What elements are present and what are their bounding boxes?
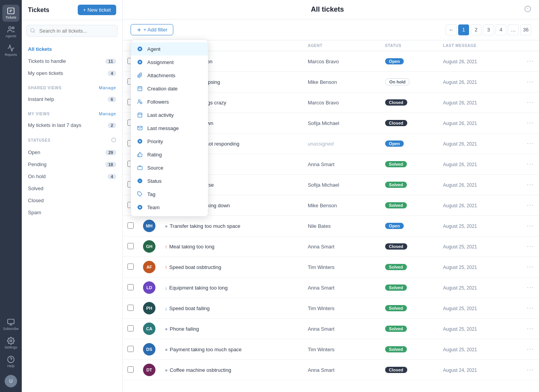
- last-message-date: August 26, 2021: [443, 141, 477, 147]
- nav-reports[interactable]: Reports: [2, 42, 19, 59]
- sidebar-item-open[interactable]: Open 29: [22, 146, 122, 158]
- page-1[interactable]: 1: [458, 24, 469, 35]
- sidebar-item-all-tickets[interactable]: All tickets: [22, 43, 122, 55]
- page-3[interactable]: 3: [483, 24, 494, 35]
- row-checkbox[interactable]: [127, 284, 134, 290]
- sidebar-item-tickets-to-handle[interactable]: Tickets to handle 11: [22, 55, 122, 67]
- row-actions-menu[interactable]: ···: [527, 140, 534, 147]
- filter-item-team[interactable]: Team: [131, 201, 208, 214]
- row-actions-menu[interactable]: ···: [527, 325, 534, 332]
- sidebar-item-on-hold[interactable]: On hold 4: [22, 170, 122, 182]
- row-checkbox[interactable]: [127, 222, 134, 229]
- filter-item-tag-label: Tag: [147, 191, 155, 197]
- row-checkbox[interactable]: [127, 305, 134, 311]
- last-message-date: August 26, 2021: [443, 100, 477, 106]
- sidebar-item-spam[interactable]: Spam: [22, 206, 122, 219]
- nav-subscribe[interactable]: Subscribe: [2, 316, 19, 333]
- row-actions-menu[interactable]: ···: [527, 99, 534, 106]
- svg-line-10: [34, 31, 35, 33]
- filter-item-last-activity[interactable]: Last activity: [131, 108, 208, 121]
- shared-views-manage[interactable]: Manage: [99, 85, 116, 90]
- filter-item-assignment[interactable]: Assignment: [131, 56, 208, 69]
- row-checkbox[interactable]: [127, 243, 134, 249]
- sidebar-item-my-open-tickets[interactable]: My open tickets 4: [22, 67, 122, 79]
- svg-point-9: [31, 28, 34, 32]
- sidebar-item-last-7-days[interactable]: My tickets in last 7 days 2: [22, 119, 122, 131]
- nav-settings[interactable]: Settings: [2, 335, 19, 352]
- my-open-tickets-label: My open tickets: [28, 70, 63, 76]
- row-actions-menu[interactable]: ···: [527, 305, 534, 311]
- add-filter-button[interactable]: + Add filter: [131, 24, 173, 35]
- row-actions-menu[interactable]: ···: [527, 181, 534, 188]
- statuses-info-icon[interactable]: [111, 137, 116, 143]
- filter-item-agent[interactable]: Agent: [131, 42, 208, 56]
- row-actions-menu[interactable]: ···: [527, 222, 534, 229]
- nav-help[interactable]: Help: [2, 353, 19, 370]
- priority-icon: ↓: [165, 305, 167, 311]
- nav-agents[interactable]: Agents: [2, 23, 19, 40]
- row-actions-menu[interactable]: ···: [527, 346, 534, 352]
- row-checkbox[interactable]: [127, 346, 134, 352]
- ticket-subject: ● Payment taking too much space: [165, 347, 298, 352]
- last-message-date: August 25, 2021: [443, 347, 477, 352]
- sidebar-item-closed[interactable]: Closed: [22, 194, 122, 206]
- filter-item-rating[interactable]: Rating: [131, 148, 208, 161]
- row-checkbox[interactable]: [127, 264, 134, 270]
- filter-item-source[interactable]: Source: [131, 161, 208, 174]
- page-4[interactable]: 4: [495, 24, 506, 35]
- agent-name: Sofija Michael: [308, 120, 339, 126]
- row-actions-menu[interactable]: ···: [527, 58, 534, 64]
- sidebar-item-instant-help[interactable]: Instant help 6: [22, 93, 122, 105]
- search-input[interactable]: [26, 25, 118, 37]
- my-views-section: MY VIEWS Manage: [22, 107, 122, 118]
- user-avatar[interactable]: U: [5, 375, 17, 387]
- row-checkbox[interactable]: [127, 325, 134, 331]
- instant-help-badge: 6: [108, 97, 116, 102]
- all-tickets-label: All tickets: [28, 46, 52, 52]
- filter-item-creation-date[interactable]: Creation date: [131, 82, 208, 95]
- sidebar-item-solved[interactable]: Solved: [22, 182, 122, 194]
- row-checkbox[interactable]: [127, 366, 134, 373]
- assignment-filter-icon: [136, 59, 143, 66]
- page-2[interactable]: 2: [471, 24, 481, 35]
- new-ticket-button[interactable]: + New ticket: [78, 5, 116, 15]
- row-actions-menu[interactable]: ···: [527, 78, 534, 85]
- page-prev[interactable]: ←: [446, 24, 457, 35]
- my-views-manage[interactable]: Manage: [99, 111, 116, 116]
- creation-date-filter-icon: [136, 85, 143, 92]
- tickets-toolbar: + Add filter Agent Assignment Attachme: [123, 19, 539, 40]
- priority-icon: ●: [165, 367, 168, 373]
- nav-tickets[interactable]: Tickets: [2, 5, 19, 22]
- agent-name: Tim Winters: [308, 264, 335, 270]
- filter-item-rating-label: Rating: [147, 152, 162, 158]
- status-badge: Solved: [385, 305, 407, 311]
- filter-item-assignment-label: Assignment: [147, 59, 174, 65]
- priority-filter-icon: [136, 138, 143, 145]
- filter-item-followers-label: Followers: [147, 99, 169, 105]
- filter-item-priority[interactable]: Priority: [131, 135, 208, 148]
- row-actions-menu[interactable]: ···: [527, 264, 534, 270]
- row-actions-menu[interactable]: ···: [527, 161, 534, 167]
- row-actions-menu[interactable]: ···: [527, 284, 534, 291]
- filter-item-followers[interactable]: Followers: [131, 95, 208, 108]
- header-info-icon[interactable]: [524, 5, 531, 14]
- avatar: DT: [143, 364, 155, 376]
- shared-views-section: SHARED VIEWS Manage: [22, 81, 122, 92]
- team-filter-icon: [136, 204, 143, 211]
- row-actions-menu[interactable]: ···: [527, 243, 534, 250]
- filter-item-tag[interactable]: Tag: [131, 187, 208, 201]
- last-7-days-badge: 2: [108, 123, 116, 128]
- row-actions-menu[interactable]: ···: [527, 202, 534, 208]
- svg-point-4: [12, 27, 14, 29]
- row-actions-menu[interactable]: ···: [527, 120, 534, 126]
- filter-item-last-activity-label: Last activity: [147, 112, 174, 118]
- filter-item-last-message[interactable]: Last message: [131, 121, 208, 135]
- attachments-filter-icon: [136, 72, 143, 79]
- filter-item-attachments[interactable]: Attachments: [131, 69, 208, 82]
- filter-item-status[interactable]: Status: [131, 174, 208, 187]
- row-actions-menu[interactable]: ···: [527, 366, 534, 373]
- pagination: ← 1 2 3 4 … 36: [446, 24, 531, 35]
- page-36[interactable]: 36: [520, 24, 531, 35]
- main-content: All tickets + Add filter Agent Assignmen…: [123, 0, 539, 392]
- sidebar-item-pending[interactable]: Pending 18: [22, 158, 122, 170]
